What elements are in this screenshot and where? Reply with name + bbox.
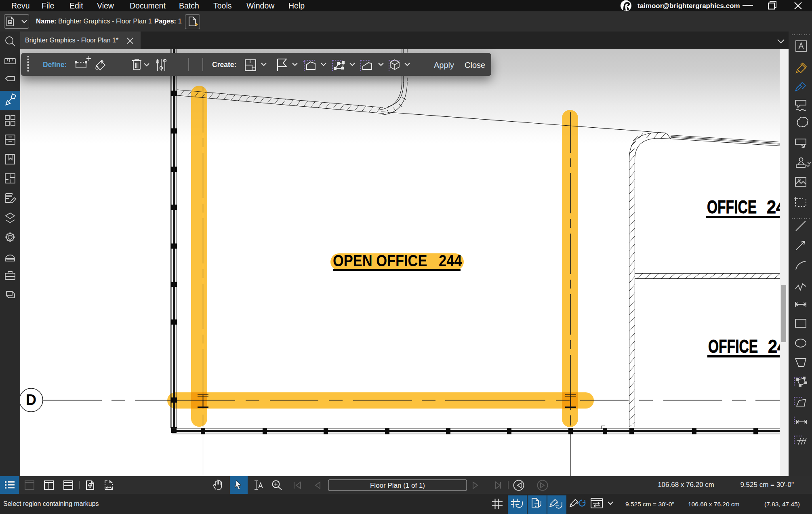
svg-text:24: 24 — [767, 196, 780, 217]
svg-text:Define:: Define: — [43, 61, 67, 69]
svg-text:Create:: Create: — [212, 61, 236, 69]
svg-text:Floor Plan (1 of 1): Floor Plan (1 of 1) — [370, 482, 425, 489]
svg-text:OPEN OFFICE: OPEN OFFICE — [333, 251, 427, 270]
svg-text:Close: Close — [465, 61, 485, 70]
svg-text:244: 244 — [439, 251, 462, 270]
svg-text:24: 24 — [768, 336, 780, 357]
svg-text:OFFICE: OFFICE — [708, 336, 758, 357]
svg-text:OFFICE: OFFICE — [707, 197, 757, 217]
svg-text:Apply: Apply — [434, 61, 454, 70]
svg-text:D: D — [26, 392, 36, 408]
